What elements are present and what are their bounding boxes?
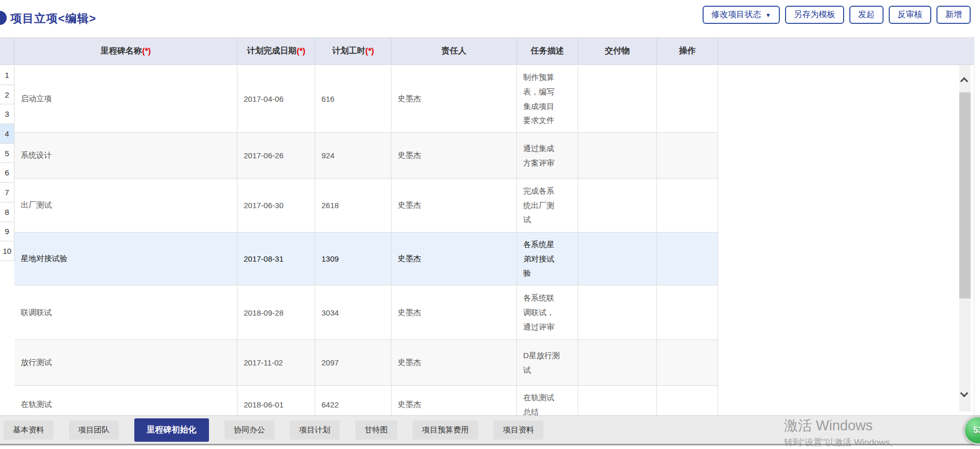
row-number-cell[interactable]: 1 (0, 65, 15, 85)
tab-milestone-init[interactable]: 里程碑初始化 (134, 418, 209, 442)
row-number-cell[interactable]: 9 (0, 222, 15, 242)
cell-task-description[interactable]: 各系统联 调联试， 通过评审 (517, 285, 578, 339)
cell-deliverable[interactable] (578, 340, 657, 385)
tab-collaboration[interactable]: 协同办公 (225, 420, 274, 440)
table-row[interactable]: 联调联试 2018-09-28 3034 史墨杰 各系统联 调联试， 通过评审 (15, 285, 718, 340)
cell-milestone-name[interactable]: 联调联试 (15, 285, 237, 339)
cell-deliverable[interactable] (578, 386, 657, 415)
cell-planned-hours[interactable]: 924 (315, 133, 391, 178)
cell-task-description[interactable]: 完成各系 统出厂测 试 (517, 179, 578, 232)
table-row[interactable]: 在轨测试 2018-06-01 6422 史墨杰 在轨测试 总结 (15, 386, 718, 415)
cell-planned-finish-date[interactable]: 2017-08-31 (237, 233, 315, 285)
cell-planned-finish-date[interactable]: 2017-06-30 (237, 179, 315, 232)
scrollbar-thumb[interactable] (959, 92, 971, 298)
initiate-button[interactable]: 发起 (849, 6, 884, 24)
row-number-cell[interactable]: 5 (0, 144, 15, 164)
cell-deliverable[interactable] (578, 179, 657, 232)
add-button[interactable]: 新增 (936, 6, 971, 24)
table-row-selected[interactable]: 星地对接试验 2017-08-31 1309 史墨杰 各系统星 弟对接试 验 (15, 233, 718, 285)
cell-planned-finish-date[interactable]: 2017-04-06 (237, 65, 315, 132)
cell-deliverable[interactable] (578, 133, 657, 178)
cell-task-description[interactable]: 在轨测试 总结 (517, 386, 578, 415)
row-number-cell[interactable]: 3 (0, 104, 15, 124)
col-header-planned-finish-date: 计划完成日期(*) (237, 38, 315, 64)
cell-owner[interactable]: 史墨杰 (391, 133, 517, 178)
save-as-template-button[interactable]: 另存为模板 (785, 6, 844, 24)
cell-milestone-name[interactable]: 放行测试 (15, 340, 237, 385)
tab-project-team[interactable]: 项目团队 (69, 420, 119, 440)
toolbar: 修改项目状态 ▼ 另存为模板 发起 反审核 新增 (703, 6, 971, 24)
cell-milestone-name[interactable]: 星地对接试验 (15, 233, 237, 285)
cell-milestone-name[interactable]: 系统设计 (15, 133, 237, 178)
scroll-up-icon[interactable] (960, 77, 969, 86)
row-number-column: 1 2 3 4 5 6 7 8 9 10 (0, 65, 15, 261)
cell-action[interactable] (657, 65, 718, 132)
col-header-planned-hours: 计划工时(*) (315, 38, 391, 64)
cell-milestone-name[interactable]: 在轨测试 (15, 386, 237, 415)
cell-planned-hours[interactable]: 1309 (315, 233, 391, 285)
cell-owner[interactable]: 史墨杰 (391, 233, 517, 285)
cell-owner[interactable]: 史墨杰 (391, 65, 517, 132)
col-header-task-description: 任务描述 (517, 38, 578, 64)
cell-planned-hours[interactable]: 3034 (315, 285, 391, 339)
cell-action[interactable] (657, 133, 718, 178)
cell-action[interactable] (657, 179, 718, 232)
change-project-status-button[interactable]: 修改项目状态 ▼ (703, 6, 780, 24)
row-number-header (0, 38, 15, 64)
cell-planned-finish-date[interactable]: 2018-06-01 (237, 386, 315, 415)
cell-deliverable[interactable] (578, 65, 657, 132)
badge-count: 53 (973, 426, 980, 435)
cell-task-description[interactable]: D星放行测 试 (517, 340, 578, 385)
col-header-action: 操作 (657, 38, 718, 64)
change-project-status-label: 修改项目状态 (711, 9, 761, 20)
cell-action[interactable] (657, 285, 718, 339)
bottom-tab-bar: 基本资料 项目团队 里程碑初始化 协同办公 项目计划 甘特图 项目预算费用 项目… (0, 415, 980, 445)
cell-planned-finish-date[interactable]: 2018-09-28 (237, 285, 315, 339)
cell-planned-hours[interactable]: 616 (315, 65, 391, 132)
cell-owner[interactable]: 史墨杰 (391, 285, 517, 339)
cell-milestone-name[interactable]: 出厂测试 (15, 179, 237, 232)
panel-right-edge (974, 37, 974, 414)
cell-planned-hours[interactable]: 6422 (315, 386, 391, 415)
cell-owner[interactable]: 史墨杰 (391, 179, 517, 232)
cell-planned-hours[interactable]: 2618 (315, 179, 391, 232)
table-row[interactable]: 系统设计 2017-06-26 924 史墨杰 通过集成 方案评审 (15, 133, 718, 179)
scroll-down-icon[interactable] (960, 389, 969, 398)
table-header: 里程碑名称(*) 计划完成日期(*) 计划工时(*) 责任人 任务描述 交付物 … (0, 37, 974, 65)
vertical-scrollbar[interactable] (959, 65, 971, 412)
chevron-down-icon: ▼ (765, 12, 771, 18)
reverse-audit-button[interactable]: 反审核 (889, 6, 931, 24)
cell-milestone-name[interactable]: 启动立项 (15, 65, 237, 132)
table-row[interactable]: 出厂测试 2017-06-30 2618 史墨杰 完成各系 统出厂测 试 (15, 179, 718, 233)
cell-action[interactable] (657, 340, 718, 385)
tab-project-budget[interactable]: 项目预算费用 (413, 420, 478, 440)
cell-task-description[interactable]: 通过集成 方案评审 (517, 133, 578, 178)
cell-action[interactable] (657, 386, 718, 415)
row-number-cell[interactable]: 6 (0, 163, 15, 183)
cell-deliverable[interactable] (578, 285, 657, 339)
col-header-milestone-name: 里程碑名称(*) (15, 38, 237, 64)
cell-task-description[interactable]: 制作预算 表，编写 集成项目 要求文件 (517, 65, 578, 132)
cell-deliverable[interactable] (578, 233, 657, 285)
tab-gantt-chart[interactable]: 甘特图 (355, 420, 397, 440)
cell-owner[interactable]: 史墨杰 (391, 340, 517, 385)
row-number-cell[interactable]: 8 (0, 202, 15, 222)
row-number-cell[interactable]: 7 (0, 183, 15, 202)
tab-basic-info[interactable]: 基本资料 (4, 420, 53, 440)
project-initiation-page: 项目立项<编辑> 修改项目状态 ▼ 另存为模板 发起 反审核 新增 里程碑名称(… (0, 0, 980, 449)
row-number-cell-selected[interactable]: 4 (0, 124, 15, 144)
cell-planned-hours[interactable]: 2097 (315, 340, 391, 385)
cell-owner[interactable]: 史墨杰 (391, 386, 517, 415)
top-bar: 项目立项<编辑> 修改项目状态 ▼ 另存为模板 发起 反审核 新增 (0, 0, 980, 34)
row-number-cell[interactable]: 10 (0, 241, 15, 261)
page-title: 项目立项<编辑> (10, 11, 96, 26)
cell-planned-finish-date[interactable]: 2017-11-02 (237, 340, 315, 385)
tab-project-documents[interactable]: 项目资料 (494, 420, 543, 440)
table-row[interactable]: 启动立项 2017-04-06 616 史墨杰 制作预算 表，编写 集成项目 要… (15, 65, 718, 133)
row-number-cell[interactable]: 2 (0, 85, 15, 105)
cell-planned-finish-date[interactable]: 2017-06-26 (237, 133, 315, 178)
tab-project-plan[interactable]: 项目计划 (290, 420, 340, 440)
cell-action[interactable] (657, 233, 718, 285)
cell-task-description[interactable]: 各系统星 弟对接试 验 (517, 233, 578, 285)
table-row[interactable]: 放行测试 2017-11-02 2097 史墨杰 D星放行测 试 (15, 340, 718, 386)
